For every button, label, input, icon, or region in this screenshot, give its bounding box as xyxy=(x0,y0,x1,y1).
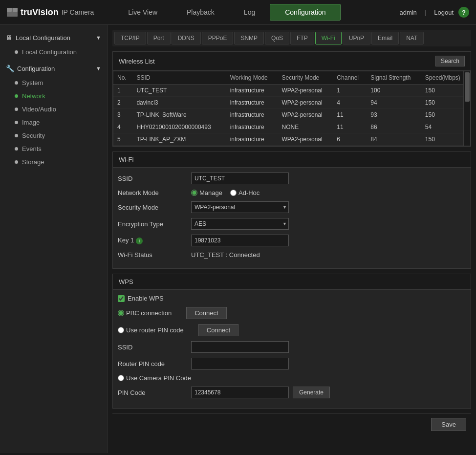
wps-ssid-row: SSID xyxy=(118,341,466,353)
col-ssid: SSID xyxy=(132,71,226,85)
tab-qos[interactable]: QoS xyxy=(265,32,289,44)
cell-channel: 6 xyxy=(333,133,367,146)
cell-speed: 150 xyxy=(421,133,470,146)
pin-code-input[interactable] xyxy=(191,387,289,398)
camera-pin-radio[interactable] xyxy=(118,375,124,381)
sidebar-section-local-config-header[interactable]: 🖥 Local Configuration ▼ xyxy=(0,30,107,45)
sidebar-item-storage-label: Storage xyxy=(22,158,44,166)
logo-icon xyxy=(7,8,18,17)
cell-channel: 11 xyxy=(333,109,367,121)
sidebar-item-events-label: Events xyxy=(22,145,42,152)
ssid-row: SSID xyxy=(118,173,466,184)
sidebar-local-config-label: Local Configuration xyxy=(16,34,70,42)
tab-port[interactable]: Port xyxy=(147,32,171,44)
table-row[interactable]: 3TP-LINK_SoftWareinfrastructureWPA2-pers… xyxy=(113,109,470,121)
dot-icon xyxy=(15,147,18,151)
tab-nat[interactable]: NAT xyxy=(400,32,424,44)
main-layout: 🖥 Local Configuration ▼ Local Configurat… xyxy=(0,25,476,453)
svg-rect-2 xyxy=(7,13,18,17)
cell-ssid: TP-LINK_SoftWare xyxy=(132,109,226,121)
sidebar-item-events[interactable]: Events xyxy=(0,142,107,155)
dot-icon xyxy=(15,121,18,124)
scrollbar-track[interactable] xyxy=(463,71,470,146)
tab-pppoe[interactable]: PPPoE xyxy=(202,32,234,44)
router-pin-code-label: Router PIN code xyxy=(118,360,191,368)
tab-ftp[interactable]: FTP xyxy=(290,32,314,44)
local-config-icon: 🖥 xyxy=(6,34,13,42)
router-pin-row: Use router PIN code Connect xyxy=(118,324,466,336)
cell-security: WPA2-personal xyxy=(278,85,333,97)
adhoc-radio[interactable] xyxy=(230,190,237,196)
sidebar-item-network[interactable]: Network xyxy=(0,89,107,103)
col-no: No. xyxy=(113,71,132,85)
cell-security: WPA2-personal xyxy=(278,97,333,109)
pbc-radio[interactable] xyxy=(118,310,124,316)
nav-live-view[interactable]: Live View xyxy=(113,4,172,20)
tab-snmp[interactable]: SNMP xyxy=(234,32,264,44)
manage-radio-text: Manage xyxy=(199,189,222,196)
router-pin-radio-label[interactable]: Use router PIN code xyxy=(118,326,184,334)
wifi-config-header: Wi-Fi xyxy=(113,152,471,168)
tab-wifi[interactable]: Wi-Fi xyxy=(315,32,342,44)
cell-signal: 86 xyxy=(367,121,421,133)
security-mode-select[interactable]: WPA2-personal WPA-personal WEP NONE xyxy=(191,201,289,213)
cell-channel: 11 xyxy=(333,121,367,133)
sidebar-item-storage[interactable]: Storage xyxy=(0,155,107,169)
table-row[interactable]: 4HHY0210001020000000493infrastructureNON… xyxy=(113,121,470,133)
wps-ssid-label: SSID xyxy=(118,344,191,351)
save-button[interactable]: Save xyxy=(431,418,466,431)
key1-input[interactable] xyxy=(191,235,289,246)
col-working-mode: Working Mode xyxy=(226,71,278,85)
table-row[interactable]: 1UTC_TESTinfrastructureWPA2-personal1100… xyxy=(113,85,470,97)
sidebar-item-security[interactable]: Security xyxy=(0,129,107,142)
nav-playback[interactable]: Playback xyxy=(172,4,229,20)
search-button[interactable]: Search xyxy=(435,56,465,66)
pbc-radio-label[interactable]: PBC connection xyxy=(118,309,172,317)
table-row[interactable]: 2davinci3infrastructureWPA2-personal4941… xyxy=(113,97,470,109)
help-button[interactable]: ? xyxy=(458,7,469,18)
enable-wps-row: Enable WPS xyxy=(118,295,466,302)
wps-header: WPS xyxy=(113,274,471,290)
sidebar-item-system[interactable]: System xyxy=(0,76,107,89)
adhoc-radio-text: Ad-Hoc xyxy=(238,189,260,196)
sidebar-item-image[interactable]: Image xyxy=(0,116,107,129)
cell-no: 1 xyxy=(113,85,132,97)
cell-mode: infrastructure xyxy=(226,85,278,97)
camera-pin-radio-label[interactable]: Use Camera PIN Code xyxy=(118,374,191,382)
key1-info-icon[interactable]: i xyxy=(136,238,143,244)
sidebar-section-configuration-header[interactable]: 🔧 Configuration ▼ xyxy=(0,61,107,76)
manage-radio-label[interactable]: Manage xyxy=(191,189,222,196)
col-speed: Speed(Mbps) xyxy=(421,71,470,85)
router-pin-connect-button[interactable]: Connect xyxy=(198,324,238,336)
sidebar-item-video-audio[interactable]: Video/Audio xyxy=(0,103,107,116)
tab-ddns[interactable]: DDNS xyxy=(172,32,201,44)
encryption-type-select[interactable]: AES TKIP xyxy=(191,218,289,230)
scrollbar-thumb[interactable] xyxy=(465,72,470,102)
sidebar-item-local-configuration[interactable]: Local Configuration xyxy=(0,45,107,59)
enable-wps-checkbox[interactable] xyxy=(118,295,125,302)
table-row[interactable]: 5TP-LINK_AP_ZXMinfrastructureWPA2-person… xyxy=(113,133,470,146)
config-icon: 🔧 xyxy=(6,65,14,72)
manage-radio[interactable] xyxy=(191,190,197,196)
enable-wps-label[interactable]: Enable WPS xyxy=(118,295,164,302)
tab-upnp[interactable]: UPnP xyxy=(343,32,370,44)
network-tabs: TCP/IP Port DDNS PPPoE SNMP QoS FTP Wi-F… xyxy=(112,30,471,46)
tab-tcp-ip[interactable]: TCP/IP xyxy=(114,32,146,44)
col-security-mode: Security Mode xyxy=(278,71,333,85)
logo-area: truVision IP Camera xyxy=(7,7,94,18)
nav-configuration[interactable]: Configuration xyxy=(270,4,341,21)
wps-ssid-input[interactable] xyxy=(191,341,289,353)
router-pin-code-input[interactable] xyxy=(191,358,289,369)
generate-button[interactable]: Generate xyxy=(293,387,330,398)
wps-panel: WPS Enable WPS PBC connection Conne xyxy=(112,274,471,409)
dot-icon xyxy=(15,160,18,164)
username: admin xyxy=(399,9,416,16)
pbc-connect-button[interactable]: Connect xyxy=(186,307,226,319)
adhoc-radio-label[interactable]: Ad-Hoc xyxy=(230,189,260,196)
nav-log[interactable]: Log xyxy=(229,4,270,20)
pbc-text: PBC connection xyxy=(126,309,172,317)
tab-email[interactable]: Email xyxy=(371,32,399,44)
logout-button[interactable]: Logout xyxy=(434,9,454,16)
ssid-input[interactable] xyxy=(191,173,289,184)
router-pin-radio[interactable] xyxy=(118,327,124,333)
